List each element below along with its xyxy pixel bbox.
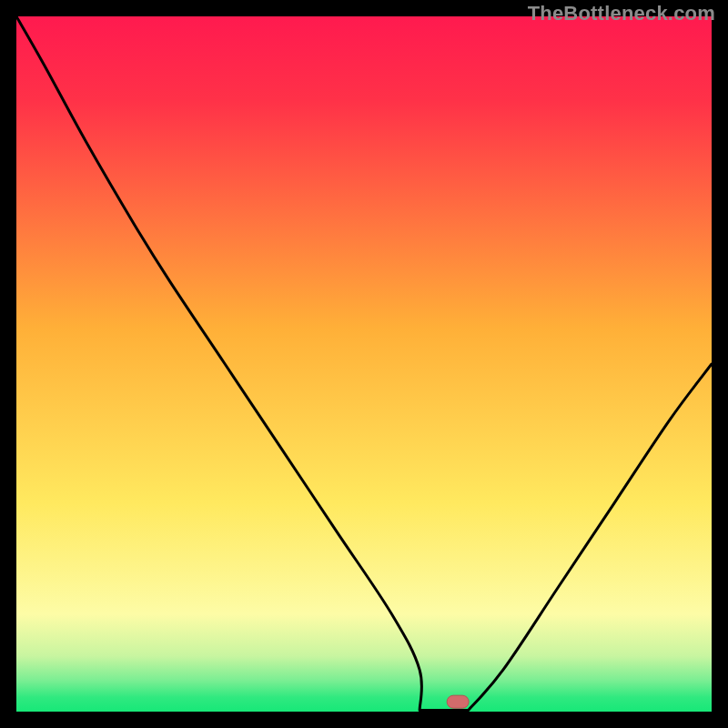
plot-area (16, 16, 712, 712)
watermark-text: TheBottleneck.com (528, 2, 715, 25)
chart-frame: TheBottleneck.com (0, 0, 728, 728)
bottleneck-chart (16, 16, 712, 712)
optimal-marker (447, 695, 469, 708)
gradient-background (16, 16, 712, 712)
